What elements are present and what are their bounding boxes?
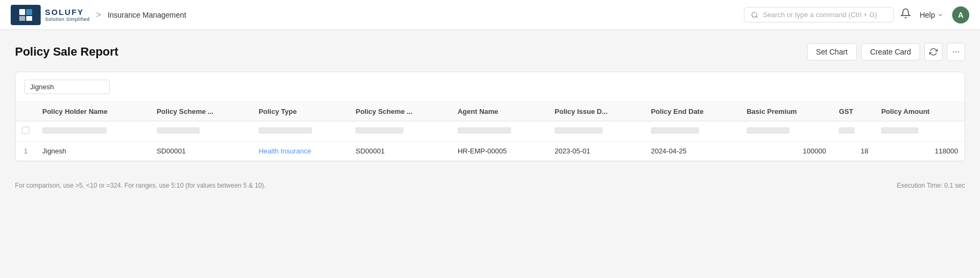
logo-subtitle: Solution Simplified — [45, 17, 90, 22]
cell-policy-end-date: 2024-04-25 — [644, 142, 740, 161]
col-policy-end-date: Policy End Date — [644, 102, 740, 121]
skeleton-cell — [458, 127, 511, 134]
ellipsis-icon — [952, 48, 960, 56]
help-label: Help — [920, 11, 935, 19]
page-title: Policy Sale Report — [15, 45, 118, 59]
skeleton-cell — [259, 127, 312, 134]
col-basic-premium: Basic Premium — [740, 102, 832, 121]
svg-rect-0 — [19, 9, 25, 15]
skeleton-cell — [839, 127, 855, 134]
svg-point-6 — [955, 51, 956, 52]
breadcrumb-separator: > — [96, 10, 101, 20]
app-header: SOLUFY Solution Simplified > Insurance M… — [0, 0, 980, 30]
refresh-icon — [929, 48, 938, 56]
logo-area: SOLUFY Solution Simplified — [11, 5, 90, 25]
svg-rect-3 — [26, 16, 32, 21]
cell-policy-holder-name: Jignesh — [36, 142, 150, 161]
cell-policy-amount: 118000 — [875, 142, 964, 161]
skeleton-cell — [554, 127, 603, 134]
execution-time: Execution Time: 0.1 sec — [897, 182, 965, 189]
svg-point-4 — [752, 12, 757, 17]
col-policy-holder-name: Policy Holder Name — [36, 102, 150, 121]
breadcrumb: Insurance Management — [108, 11, 186, 19]
help-button[interactable]: Help — [920, 11, 944, 19]
toolbar-buttons: Set Chart Create Card — [807, 43, 965, 61]
page-header: Policy Sale Report Set Chart Create Card — [15, 43, 965, 61]
cell-basic-premium: 100000 — [740, 142, 832, 161]
refresh-button[interactable] — [924, 43, 943, 61]
table-header-row: Policy Holder Name Policy Scheme ... Pol… — [16, 102, 964, 121]
svg-rect-2 — [19, 16, 25, 21]
table-card: Policy Holder Name Policy Scheme ... Pol… — [15, 72, 965, 161]
cell-agent-name: HR-EMP-00005 — [451, 142, 548, 161]
col-checkbox — [16, 102, 36, 121]
skeleton-row — [16, 121, 964, 142]
svg-rect-1 — [26, 9, 32, 15]
skeleton-cell — [355, 127, 404, 134]
skeleton-cell — [42, 127, 107, 134]
col-policy-amount: Policy Amount — [875, 102, 964, 121]
footer-hint: For comparison, use >5, <10 or =324. For… — [15, 182, 266, 189]
cell-policy-scheme-2: SD00001 — [349, 142, 451, 161]
cell-gst: 18 — [832, 142, 875, 161]
row-index: 1 — [16, 142, 36, 161]
filter-bar — [16, 72, 964, 102]
header-icons: Help A — [900, 6, 969, 24]
chevron-down-icon — [937, 12, 944, 18]
col-gst: GST — [832, 102, 875, 121]
svg-point-7 — [958, 51, 959, 52]
search-placeholder: Search or type a command (Ctrl + G) — [763, 11, 877, 19]
cell-policy-issue-date: 2023-05-01 — [548, 142, 644, 161]
col-policy-scheme-2: Policy Scheme ... — [349, 102, 451, 121]
more-options-button[interactable] — [947, 43, 965, 61]
col-policy-scheme-1: Policy Scheme ... — [150, 102, 252, 121]
skeleton-cell — [651, 127, 699, 134]
logo-text: SOLUFY Solution Simplified — [45, 7, 90, 22]
page-footer: For comparison, use >5, <10 or =324. For… — [0, 174, 980, 197]
create-card-button[interactable]: Create Card — [861, 43, 920, 60]
col-policy-issue-date: Policy Issue D... — [548, 102, 644, 121]
col-agent-name: Agent Name — [451, 102, 548, 121]
filter-input[interactable] — [24, 80, 110, 94]
table-row: 1 Jignesh SD00001 Health Insurance SD000… — [16, 142, 964, 161]
logo-title: SOLUFY — [45, 7, 90, 17]
cell-policy-scheme-1: SD00001 — [150, 142, 252, 161]
search-icon — [751, 11, 758, 19]
data-table: Policy Holder Name Policy Scheme ... Pol… — [16, 102, 964, 161]
avatar[interactable]: A — [952, 6, 969, 24]
skeleton-cell — [747, 127, 789, 134]
col-policy-type: Policy Type — [252, 102, 349, 121]
svg-point-5 — [953, 51, 954, 52]
set-chart-button[interactable]: Set Chart — [807, 43, 857, 60]
cell-policy-type[interactable]: Health Insurance — [252, 142, 349, 161]
skeleton-cell — [157, 127, 200, 134]
row-checkbox[interactable] — [22, 127, 29, 134]
search-bar[interactable]: Search or type a command (Ctrl + G) — [744, 7, 894, 22]
page-content: Policy Sale Report Set Chart Create Card — [0, 30, 980, 174]
notification-icon[interactable] — [900, 8, 911, 21]
logo-icon — [11, 5, 41, 25]
skeleton-cell — [881, 127, 918, 134]
